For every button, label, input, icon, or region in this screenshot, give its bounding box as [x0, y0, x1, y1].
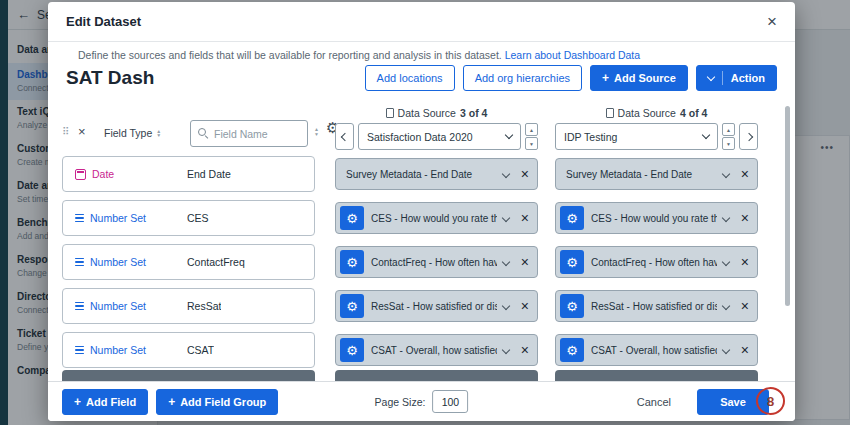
field-card[interactable]: DateEnd Date [62, 156, 315, 192]
remove-mapping-icon[interactable]: × [521, 342, 529, 358]
remove-mapping-icon[interactable]: × [521, 166, 529, 182]
source-select-value: Satisfaction Data 2020 [367, 131, 506, 143]
next-source-button[interactable] [739, 123, 758, 150]
data-source-column-1: Data Source 3 of 4 Satisfaction Data 202… [335, 106, 538, 150]
chevron-down-icon [702, 131, 710, 139]
mapping-select[interactable]: Survey Metadata - End Date× [335, 158, 538, 190]
field-settings-gear-icon[interactable]: ⚙ [560, 250, 584, 274]
mapping-text: Survey Metadata - End Date [566, 169, 717, 180]
chevron-down-icon [707, 72, 715, 80]
chevron-down-icon [502, 258, 510, 266]
remove-mapping-icon[interactable]: × [741, 166, 749, 182]
chevron-down-icon [722, 170, 730, 178]
add-locations-button[interactable]: Add locations [365, 65, 455, 91]
modal-description: Define the sources and fields that will … [78, 49, 640, 61]
add-field-group-label: Add Field Group [180, 396, 266, 408]
field-type-label: Number Set [90, 300, 146, 312]
cancel-button[interactable]: Cancel [637, 396, 671, 408]
drag-handle-icon[interactable]: ⠿ [62, 126, 69, 137]
action-button[interactable]: Action [696, 65, 777, 91]
field-settings-gear-icon[interactable]: ⚙ [340, 294, 364, 318]
mapping-text: CES - How would you rate the ... [371, 213, 497, 224]
mapping-text: CES - How would you rate the ... [591, 213, 717, 224]
number-set-icon [75, 214, 84, 223]
move-up-button[interactable]: ▲ [722, 123, 735, 136]
remove-mapping-icon[interactable]: × [741, 254, 749, 270]
mapping-select[interactable]: ⚙CSAT - Overall, how satisfied or...× [555, 334, 758, 366]
mapping-select[interactable]: ⚙ContactFreq - How often have ...× [555, 246, 758, 278]
move-down-button[interactable]: ▼ [525, 137, 538, 150]
source-header: Data Source 3 of 4 [335, 106, 538, 119]
field-card[interactable]: Number SetCSAT [62, 332, 315, 368]
modal-footer: + Add Field + Add Field Group Page Size:… [48, 381, 795, 421]
prev-source-button[interactable] [335, 123, 354, 150]
remove-mapping-icon[interactable]: × [741, 342, 749, 358]
mapping-select[interactable]: ⚙ResSat - How satisfied or dissat...× [555, 290, 758, 322]
field-name: CES [187, 212, 209, 224]
field-type-header-label: Field Type [104, 127, 152, 139]
mapping-select[interactable]: ⚙CES - How would you rate the ...× [335, 202, 538, 234]
field-card[interactable]: Number SetResSat [62, 288, 315, 324]
mapping-text: ResSat - How satisfied or dissat... [371, 301, 497, 312]
source-select[interactable]: Satisfaction Data 2020 [358, 123, 521, 150]
scrollbar-thumb[interactable] [785, 106, 790, 306]
field-card[interactable]: Number SetCES [62, 200, 315, 236]
remove-mapping-icon[interactable]: × [741, 210, 749, 226]
source-position: 3 of 4 [460, 107, 487, 119]
divider [722, 71, 723, 85]
chevron-down-icon [502, 214, 510, 222]
close-icon[interactable]: × [767, 13, 777, 30]
field-type-label: Number Set [90, 212, 146, 224]
add-org-hierarchies-button[interactable]: Add org hierarchies [463, 65, 582, 91]
sort-icon[interactable]: ▲▼ [314, 127, 319, 136]
add-source-button[interactable]: + Add Source [590, 65, 688, 91]
add-locations-label: Add locations [377, 72, 443, 84]
chevron-down-icon [722, 214, 730, 222]
field-settings-gear-icon[interactable]: ⚙ [340, 250, 364, 274]
mapping-cell: ⚙ResSat - How satisfied or dissat...× [555, 290, 758, 322]
field-row: Number SetCES⚙CES - How would you rate t… [62, 200, 781, 236]
add-field-button[interactable]: + Add Field [62, 389, 148, 415]
field-settings-gear-icon[interactable]: ⚙ [340, 338, 364, 362]
field-name-search-input[interactable] [214, 128, 294, 140]
page-size-input[interactable] [432, 390, 468, 413]
mapping-select[interactable]: ⚙CSAT - Overall, how satisfied or...× [335, 334, 538, 366]
field-settings-gear-icon[interactable]: ⚙ [560, 294, 584, 318]
remove-column-icon[interactable]: × [78, 124, 86, 139]
learn-about-dashboard-data-link[interactable]: Learn about Dashboard Data [505, 49, 640, 61]
mapping-cell: ⚙CES - How would you rate the ...× [335, 202, 538, 234]
mapping-text: Survey Metadata - End Date [346, 169, 497, 180]
field-name-search[interactable] [190, 120, 308, 147]
description-text: Define the sources and fields that will … [78, 49, 502, 61]
page-size-control: Page Size: [375, 390, 469, 413]
plus-icon: + [74, 395, 81, 409]
document-icon [606, 108, 614, 118]
field-settings-gear-icon[interactable]: ⚙ [560, 338, 584, 362]
field-card[interactable]: Number SetContactFreq [62, 244, 315, 280]
remove-mapping-icon[interactable]: × [741, 298, 749, 314]
mapping-select[interactable]: ⚙CES - How would you rate the ...× [555, 202, 758, 234]
sort-icon[interactable]: ▲▼ [156, 129, 161, 138]
dataset-name: SAT Dash [66, 67, 154, 89]
mapping-select[interactable]: ⚙ResSat - How satisfied or dissat...× [335, 290, 538, 322]
remove-mapping-icon[interactable]: × [521, 298, 529, 314]
mapping-select[interactable]: Survey Metadata - End Date× [555, 158, 758, 190]
modal-header: Edit Dataset × [48, 2, 795, 42]
remove-mapping-icon[interactable]: × [521, 254, 529, 270]
plus-icon: + [602, 71, 609, 85]
number-set-icon [75, 346, 84, 355]
mapping-text: ContactFreq - How often have ... [371, 257, 497, 268]
remove-mapping-icon[interactable]: × [521, 210, 529, 226]
move-down-button[interactable]: ▼ [722, 137, 735, 150]
source-select[interactable]: IDP Testing [555, 123, 718, 150]
mapping-cell: ⚙ResSat - How satisfied or dissat...× [335, 290, 538, 322]
move-up-button[interactable]: ▲ [525, 123, 538, 136]
mapping-select[interactable]: ⚙ContactFreq - How often have ...× [335, 246, 538, 278]
add-field-group-button[interactable]: + Add Field Group [156, 389, 278, 415]
data-source-column-2: Data Source 4 of 4 IDP Testing ▲ ▼ [555, 106, 758, 150]
field-type-header: Field Type ▲▼ [104, 127, 161, 139]
chevron-down-icon [722, 302, 730, 310]
field-settings-gear-icon[interactable]: ⚙ [560, 206, 584, 230]
chevron-down-icon [502, 170, 510, 178]
field-settings-gear-icon[interactable]: ⚙ [340, 206, 364, 230]
